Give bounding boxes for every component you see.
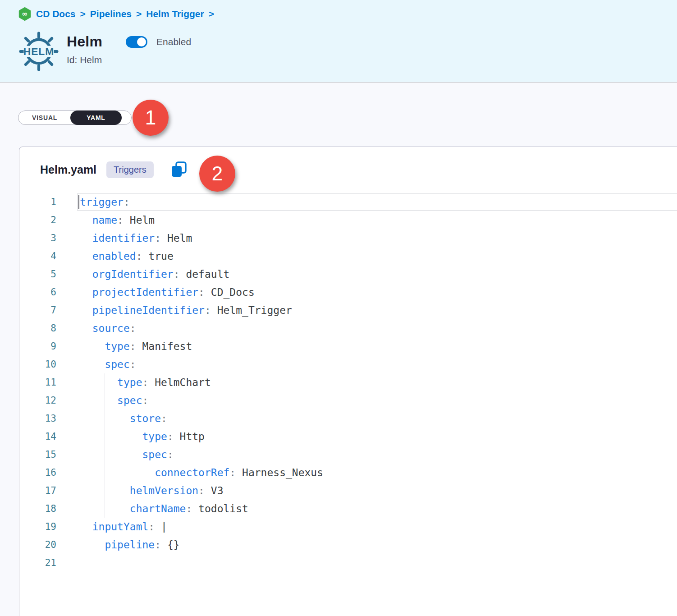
current-line-highlight [77,193,677,211]
code-line-5[interactable]: 5 orgIdentifier: default [19,265,677,283]
code-content[interactable]: pipelineIdentifier: Helm_Trigger [80,301,677,319]
line-number: 13 [19,413,56,424]
visual-yaml-toggle: VISUAL YAML [18,110,132,125]
indent-guide [80,283,80,301]
line-number: 14 [19,431,56,442]
svg-text:∞: ∞ [22,10,28,18]
code-content[interactable]: store: [80,409,677,428]
code-line-18[interactable]: 18 chartName: todolist [19,500,677,518]
breadcrumb-link-helm-trigger[interactable]: Helm Trigger [146,9,204,19]
code-line-4[interactable]: 4 enabled: true [19,247,677,265]
code-lines[interactable]: 1trigger:2 name: Helm3 identifier: Helm4… [19,193,677,572]
line-number: 20 [19,539,56,550]
code-line-21[interactable]: 21 [19,554,677,572]
line-number: 21 [19,557,56,568]
copy-icon[interactable] [171,161,187,178]
code-content[interactable]: type: Http [80,428,677,446]
indent-guide [80,265,80,283]
code-content[interactable]: trigger: [80,193,677,211]
code-content[interactable]: orgIdentifier: default [80,265,677,283]
indent-guide [130,464,130,482]
code-content[interactable]: pipeline: {} [80,536,677,554]
line-number: 4 [19,251,56,262]
line-number: 18 [19,503,56,514]
annotation-step-2: 2 [199,156,235,192]
indent-guide [80,536,80,554]
code-line-13[interactable]: 13 store: [19,409,677,428]
code-line-14[interactable]: 14 type: Http [19,428,677,446]
code-content[interactable]: projectIdentifier: CD_Docs [80,283,677,301]
line-number: 3 [19,233,56,244]
code-content[interactable]: enabled: true [80,247,677,265]
breadcrumb-link-cd-docs[interactable]: CD Docs [36,9,76,19]
code-content[interactable]: spec: [80,355,677,373]
code-line-7[interactable]: 7 pipelineIdentifier: Helm_Trigger [19,301,677,319]
indent-guide [105,464,105,482]
indent-guide [80,373,80,391]
indent-guide [80,211,80,229]
indent-guide [80,482,80,500]
indent-guide [80,500,80,518]
line-number: 15 [19,449,56,460]
svg-text:HELM: HELM [23,46,54,57]
code-line-16[interactable]: 16 connectorRef: Harness_Nexus [19,464,677,482]
text-cursor [78,195,79,209]
line-number: 8 [19,323,56,334]
helm-logo-icon: HELM [19,32,59,71]
line-number: 16 [19,467,56,478]
code-content[interactable] [80,554,677,572]
code-content[interactable]: name: Helm [80,211,677,229]
code-line-10[interactable]: 10 spec: [19,355,677,373]
enabled-toggle[interactable] [126,36,147,48]
code-line-3[interactable]: 3 identifier: Helm [19,229,677,247]
code-line-8[interactable]: 8 source: [19,319,677,337]
indent-guide [130,428,130,446]
code-content[interactable]: spec: [80,446,677,464]
line-number: 10 [19,359,56,370]
code-line-12[interactable]: 12 spec: [19,391,677,409]
code-content[interactable]: spec: [80,391,677,409]
code-content[interactable]: chartName: todolist [80,500,677,518]
indent-guide [130,446,130,464]
line-number: 11 [19,377,56,388]
cd-module-icon: ∞ [18,7,32,21]
breadcrumb-link-pipelines[interactable]: Pipelines [90,9,132,19]
indent-guide [105,391,105,409]
line-number: 17 [19,485,56,496]
line-number: 6 [19,287,56,298]
code-line-11[interactable]: 11 type: HelmChart [19,373,677,391]
code-content[interactable]: type: HelmChart [80,373,677,391]
code-content[interactable]: type: Manifest [80,337,677,355]
code-line-1[interactable]: 1trigger: [19,193,677,211]
yaml-file-name: Helm.yaml [40,163,96,176]
indent-guide [80,337,80,355]
line-number: 19 [19,521,56,532]
code-line-9[interactable]: 9 type: Manifest [19,337,677,355]
indent-guide [80,301,80,319]
indent-guide [80,518,80,536]
indent-guide [105,373,105,391]
code-content[interactable]: identifier: Helm [80,229,677,247]
annotation-step-1: 1 [133,100,169,136]
indent-guide [105,409,105,428]
indent-guide [80,229,80,247]
enabled-toggle-label: Enabled [156,37,191,47]
tab-yaml[interactable]: YAML [70,110,122,125]
code-content[interactable]: helmVersion: V3 [80,482,677,500]
code-content[interactable]: source: [80,319,677,337]
tab-visual[interactable]: VISUAL [18,114,71,121]
indent-guide [80,391,80,409]
code-line-15[interactable]: 15 spec: [19,446,677,464]
line-number: 2 [19,215,56,225]
code-line-2[interactable]: 2 name: Helm [19,211,677,229]
line-number: 12 [19,395,56,406]
code-line-19[interactable]: 19 inputYaml: | [19,518,677,536]
code-line-6[interactable]: 6 projectIdentifier: CD_Docs [19,283,677,301]
code-content[interactable]: inputYaml: | [80,518,677,536]
line-number: 5 [19,269,56,280]
code-content[interactable]: connectorRef: Harness_Nexus [80,464,677,482]
code-line-17[interactable]: 17 helmVersion: V3 [19,482,677,500]
triggers-badge: Triggers [106,161,154,178]
code-line-20[interactable]: 20 pipeline: {} [19,536,677,554]
indent-guide [105,482,105,500]
